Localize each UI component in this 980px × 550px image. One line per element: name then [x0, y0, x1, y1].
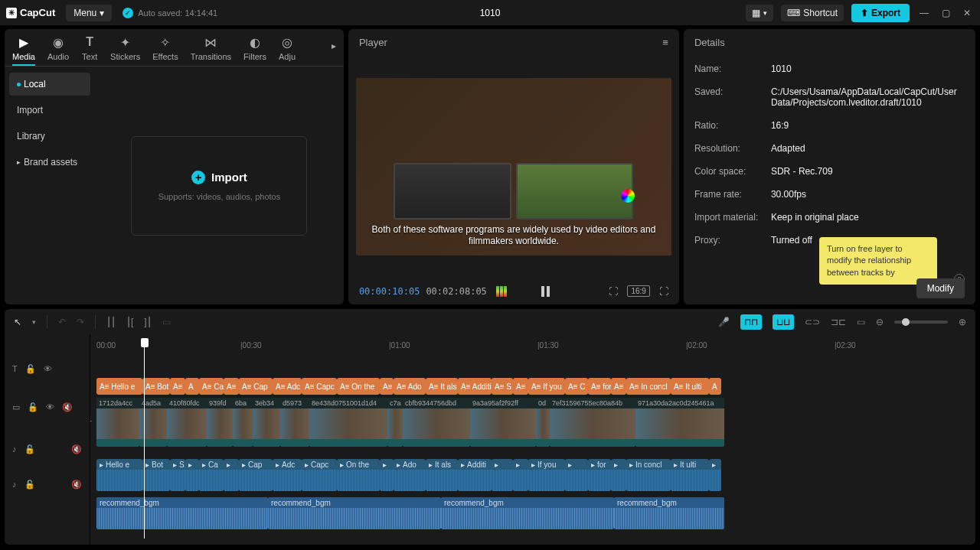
tab-media[interactable]: ▶ Media: [12, 34, 35, 66]
video-clip[interactable]: 0d: [536, 398, 550, 447]
split-left-button[interactable]: ⎮[: [126, 317, 133, 327]
aspect-ratio[interactable]: 16:9: [627, 285, 649, 297]
audio-clip[interactable]: ▸: [224, 459, 239, 491]
audio-clip[interactable]: ▸Bot: [142, 459, 170, 491]
audio-track-icon[interactable]: ♪: [12, 480, 17, 489]
playhead[interactable]: [141, 338, 149, 347]
video-clip[interactable]: 939fd: [207, 398, 233, 447]
audio-clip[interactable]: ▸: [492, 459, 513, 491]
zoom-in-button[interactable]: ⊕: [959, 317, 966, 327]
text-clip[interactable]: A≡ Capc: [302, 378, 337, 395]
mute-icon[interactable]: 🔇: [62, 402, 73, 412]
audio bgm-clip[interactable]: recommend_bgm: [441, 497, 614, 529]
text-clip[interactable]: A≡: [611, 378, 626, 395]
tab-stickers[interactable]: ✦ Stickers: [110, 34, 140, 66]
record-button[interactable]: 🎤: [718, 317, 730, 327]
preview-axis[interactable]: ▭: [857, 317, 865, 327]
sidebar-item-local[interactable]: Local: [9, 73, 90, 96]
text-clip[interactable]: A≡ It als: [426, 378, 458, 395]
modify-button[interactable]: Modify: [916, 278, 965, 298]
audio-clip[interactable]: ▸If you: [528, 459, 565, 491]
text-clip[interactable]: A≡ Bot: [142, 378, 170, 395]
split-button[interactable]: ⎮⎮: [106, 317, 116, 327]
video-track-icon[interactable]: ▭: [12, 402, 20, 412]
sidebar-item-brand[interactable]: ▸ Brand assets: [9, 151, 90, 174]
audio-clip[interactable]: ▸It ulti: [671, 459, 709, 491]
video-clip[interactable]: 971a30da2ac0d245461a: [635, 398, 724, 447]
maximize-button[interactable]: ▢: [939, 6, 952, 20]
audio-clip[interactable]: ▸Ca: [199, 459, 224, 491]
fullscreen-button[interactable]: ⛶: [659, 286, 668, 297]
lock-icon[interactable]: 🔓: [25, 364, 36, 374]
player-menu-button[interactable]: ≡: [662, 37, 668, 48]
tab-audio[interactable]: ◉ Audio: [47, 34, 69, 66]
text-clip[interactable]: A≡ C: [565, 378, 588, 395]
tab-text[interactable]: T Text: [81, 34, 98, 66]
redo-button[interactable]: ↷: [77, 317, 84, 327]
text-clip[interactable]: A≡ If you: [528, 378, 565, 395]
audio bgm-clip[interactable]: recommend_bgm: [614, 497, 724, 529]
link-button[interactable]: ⊂⊃: [805, 317, 820, 327]
audio-clip[interactable]: ▸Cap: [239, 459, 273, 491]
split-right-button[interactable]: ]⎮: [144, 317, 151, 327]
main-track-magnet[interactable]: ⊓⊓: [740, 314, 762, 330]
import-dropzone[interactable]: + Import Supports: videos, audios, photo…: [131, 136, 307, 236]
audio bgm-clip[interactable]: recommend_bgm: [268, 497, 441, 529]
mute-icon[interactable]: 🔇: [71, 444, 82, 454]
audio-track-icon[interactable]: ♪: [12, 444, 17, 454]
text-clip[interactable]: A≡ Ca: [199, 378, 224, 395]
audio-clip[interactable]: ▸On the: [337, 459, 380, 491]
video-clip[interactable]: d5973: [280, 398, 309, 447]
audio-clip[interactable]: ▸: [380, 459, 394, 491]
text-clip[interactable]: A≡ Cap: [239, 378, 273, 395]
audio-clip[interactable]: ▸: [709, 459, 721, 491]
more-tabs-button[interactable]: ▸: [332, 41, 336, 59]
timeline-tracks[interactable]: 00:00 |00:30 |01:00 |01:30 |02:00 |02:30…: [90, 335, 975, 545]
text-clip[interactable]: A≡ S: [492, 378, 513, 395]
audio-clip[interactable]: ▸: [513, 459, 528, 491]
mute-icon[interactable]: 🔇: [71, 480, 82, 490]
auto-snap[interactable]: ⊔⊔: [773, 314, 794, 330]
audio-clip[interactable]: ▸for: [588, 459, 611, 491]
lock-icon[interactable]: 🔓: [24, 480, 35, 490]
text-track-icon[interactable]: T: [12, 364, 18, 373]
text-clip[interactable]: A≡ Additi: [458, 378, 492, 395]
lock-icon[interactable]: 🔓: [24, 444, 35, 454]
tab-effects[interactable]: ✧ Effects: [152, 34, 178, 66]
text-clip[interactable]: A≡: [170, 378, 185, 395]
undo-button[interactable]: ↶: [58, 317, 66, 327]
text-clip[interactable]: A≡: [224, 378, 239, 395]
text-clip[interactable]: A≡ On the: [337, 378, 380, 395]
audio-clip[interactable]: ▸: [611, 459, 626, 491]
text-clip[interactable]: A≡ In concl: [626, 378, 671, 395]
export-button[interactable]: ⬆ Export: [851, 4, 910, 22]
scale-button[interactable]: ⛶: [609, 286, 618, 297]
video-clip[interactable]: 8e438d0751001d1d4: [309, 398, 387, 447]
tab-transitions[interactable]: ⋈ Transitions: [191, 34, 231, 66]
sidebar-item-import[interactable]: Import: [9, 99, 90, 122]
video-clip[interactable]: 7ef31596755ec80a84b: [550, 398, 635, 447]
minimize-button[interactable]: —: [917, 6, 931, 20]
zoom-out-button[interactable]: ⊖: [876, 317, 884, 327]
audio bgm-clip[interactable]: recommend_bgm: [96, 497, 268, 529]
audio-clip[interactable]: ▸: [185, 459, 199, 491]
audio-clip[interactable]: ▸: [565, 459, 588, 491]
text-clip[interactable]: A: [185, 378, 199, 395]
layout-button[interactable]: ▦ ▾: [746, 5, 773, 21]
video-clip[interactable]: 9a3a95af2f92ff: [470, 398, 536, 447]
eye-icon[interactable]: 👁: [46, 402, 54, 412]
text-clip[interactable]: A≡ It ulti: [671, 378, 709, 395]
tab-adjust[interactable]: ◎ Adju: [279, 34, 296, 66]
video-clip[interactable]: 6ba: [233, 398, 253, 447]
close-button[interactable]: ✕: [960, 6, 974, 20]
tool-dropdown[interactable]: ▾: [32, 318, 36, 326]
sidebar-item-library[interactable]: Library: [9, 125, 90, 148]
audio-clip[interactable]: ▸S: [170, 459, 185, 491]
video-clip[interactable]: 1712da4cc: [96, 398, 139, 447]
pause-button[interactable]: [537, 286, 553, 297]
audio-clip[interactable]: ▸It als: [426, 459, 458, 491]
video-clip[interactable]: cbfb9344756dbd: [403, 398, 470, 447]
tab-filters[interactable]: ◐ Filters: [243, 34, 266, 66]
video-clip[interactable]: 3eb34: [253, 398, 280, 447]
select-tool[interactable]: ↖: [14, 317, 21, 327]
